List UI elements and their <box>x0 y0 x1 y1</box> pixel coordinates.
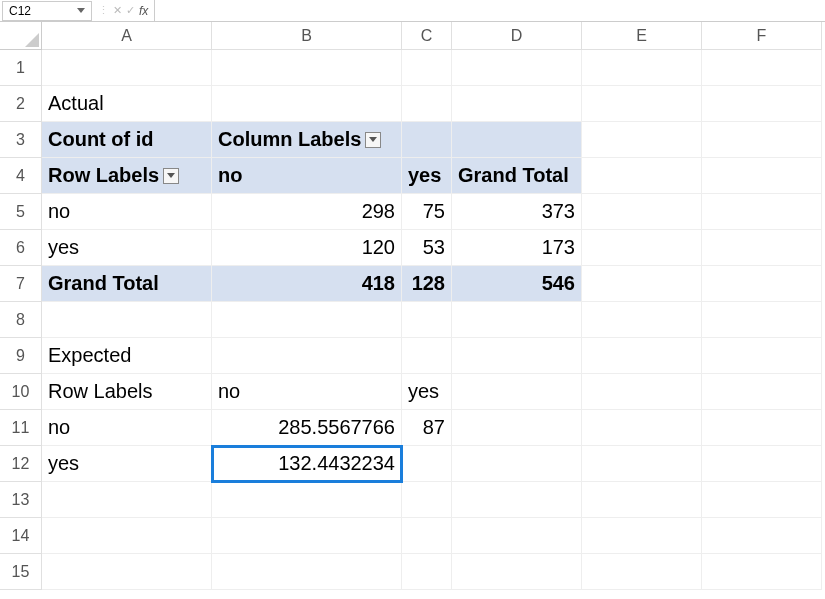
cell-D3[interactable] <box>452 122 582 158</box>
cell-E13[interactable] <box>582 482 702 518</box>
accept-icon[interactable]: ✓ <box>126 4 135 17</box>
row-header-7[interactable]: 7 <box>0 266 42 302</box>
cell-D11[interactable] <box>452 410 582 446</box>
cell-B10[interactable]: no <box>212 374 402 410</box>
cell-D8[interactable] <box>452 302 582 338</box>
cell-C4[interactable]: yes <box>402 158 452 194</box>
cell-F2[interactable] <box>702 86 822 122</box>
row-header-1[interactable]: 1 <box>0 50 42 86</box>
cell-D2[interactable] <box>452 86 582 122</box>
col-header-D[interactable]: D <box>452 22 582 50</box>
row-header-4[interactable]: 4 <box>0 158 42 194</box>
row-header-14[interactable]: 14 <box>0 518 42 554</box>
row-header-11[interactable]: 11 <box>0 410 42 446</box>
cell-F12[interactable] <box>702 446 822 482</box>
cell-B8[interactable] <box>212 302 402 338</box>
select-all-corner[interactable] <box>0 22 42 50</box>
col-header-A[interactable]: A <box>42 22 212 50</box>
row-header-13[interactable]: 13 <box>0 482 42 518</box>
cell-F13[interactable] <box>702 482 822 518</box>
cell-A2[interactable]: Actual <box>42 86 212 122</box>
row-header-6[interactable]: 6 <box>0 230 42 266</box>
cell-B13[interactable] <box>212 482 402 518</box>
cell-D15[interactable] <box>452 554 582 590</box>
cell-E15[interactable] <box>582 554 702 590</box>
cell-C7[interactable]: 128 <box>402 266 452 302</box>
cell-E4[interactable] <box>582 158 702 194</box>
cell-C12[interactable] <box>402 446 452 482</box>
cell-E9[interactable] <box>582 338 702 374</box>
cell-A13[interactable] <box>42 482 212 518</box>
col-header-B[interactable]: B <box>212 22 402 50</box>
cell-D10[interactable] <box>452 374 582 410</box>
cell-C6[interactable]: 53 <box>402 230 452 266</box>
row-header-12[interactable]: 12 <box>0 446 42 482</box>
cell-C11[interactable]: 87 <box>402 410 452 446</box>
cell-C5[interactable]: 75 <box>402 194 452 230</box>
cell-F8[interactable] <box>702 302 822 338</box>
column-labels-filter-icon[interactable] <box>365 132 381 148</box>
cell-E12[interactable] <box>582 446 702 482</box>
cell-A5[interactable]: no <box>42 194 212 230</box>
cell-F11[interactable] <box>702 410 822 446</box>
cell-D7[interactable]: 546 <box>452 266 582 302</box>
cell-D6[interactable]: 173 <box>452 230 582 266</box>
cell-E8[interactable] <box>582 302 702 338</box>
formula-input[interactable] <box>155 0 825 21</box>
row-header-5[interactable]: 5 <box>0 194 42 230</box>
row-header-10[interactable]: 10 <box>0 374 42 410</box>
cell-A10[interactable]: Row Labels <box>42 374 212 410</box>
spreadsheet-grid[interactable]: A B C D E F 1 2 Actual 3 Count of id Col… <box>0 22 825 590</box>
cell-B4[interactable]: no <box>212 158 402 194</box>
cell-C13[interactable] <box>402 482 452 518</box>
cell-C2[interactable] <box>402 86 452 122</box>
cell-B6[interactable]: 120 <box>212 230 402 266</box>
cell-D9[interactable] <box>452 338 582 374</box>
row-header-9[interactable]: 9 <box>0 338 42 374</box>
cell-E5[interactable] <box>582 194 702 230</box>
col-header-C[interactable]: C <box>402 22 452 50</box>
cell-A9[interactable]: Expected <box>42 338 212 374</box>
cancel-icon[interactable]: ✕ <box>113 4 122 17</box>
cell-F14[interactable] <box>702 518 822 554</box>
cell-A3[interactable]: Count of id <box>42 122 212 158</box>
cell-B7[interactable]: 418 <box>212 266 402 302</box>
cell-B12[interactable]: 132.4432234 <box>212 446 402 482</box>
cell-C3[interactable] <box>402 122 452 158</box>
cell-E11[interactable] <box>582 410 702 446</box>
cell-A4[interactable]: Row Labels <box>42 158 212 194</box>
cell-B5[interactable]: 298 <box>212 194 402 230</box>
col-header-F[interactable]: F <box>702 22 822 50</box>
cell-C9[interactable] <box>402 338 452 374</box>
cell-D13[interactable] <box>452 482 582 518</box>
cell-D5[interactable]: 373 <box>452 194 582 230</box>
cell-E2[interactable] <box>582 86 702 122</box>
cell-F15[interactable] <box>702 554 822 590</box>
cell-F10[interactable] <box>702 374 822 410</box>
cell-D12[interactable] <box>452 446 582 482</box>
cell-F3[interactable] <box>702 122 822 158</box>
cell-C15[interactable] <box>402 554 452 590</box>
cell-E3[interactable] <box>582 122 702 158</box>
cell-B11[interactable]: 285.5567766 <box>212 410 402 446</box>
row-labels-filter-icon[interactable] <box>163 168 179 184</box>
cell-F1[interactable] <box>702 50 822 86</box>
cell-E14[interactable] <box>582 518 702 554</box>
cell-C10[interactable]: yes <box>402 374 452 410</box>
cell-F4[interactable] <box>702 158 822 194</box>
cell-C14[interactable] <box>402 518 452 554</box>
cell-E7[interactable] <box>582 266 702 302</box>
cell-D1[interactable] <box>452 50 582 86</box>
cell-A6[interactable]: yes <box>42 230 212 266</box>
cell-E6[interactable] <box>582 230 702 266</box>
cell-B9[interactable] <box>212 338 402 374</box>
cell-F9[interactable] <box>702 338 822 374</box>
cell-B3[interactable]: Column Labels <box>212 122 402 158</box>
fx-label[interactable]: fx <box>139 4 148 18</box>
row-header-8[interactable]: 8 <box>0 302 42 338</box>
cell-B14[interactable] <box>212 518 402 554</box>
cell-D14[interactable] <box>452 518 582 554</box>
cell-B15[interactable] <box>212 554 402 590</box>
row-header-15[interactable]: 15 <box>0 554 42 590</box>
cell-A7[interactable]: Grand Total <box>42 266 212 302</box>
